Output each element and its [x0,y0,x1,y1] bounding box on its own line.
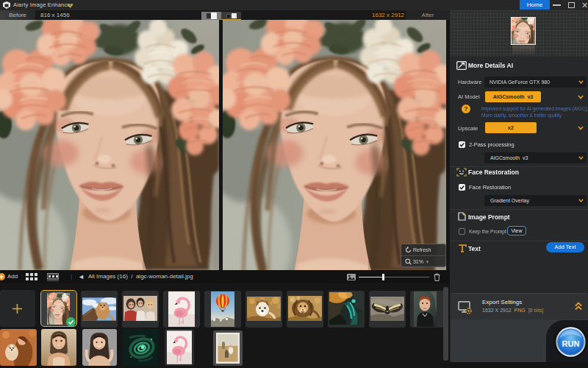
svg-text:RUN: RUN [562,339,580,348]
